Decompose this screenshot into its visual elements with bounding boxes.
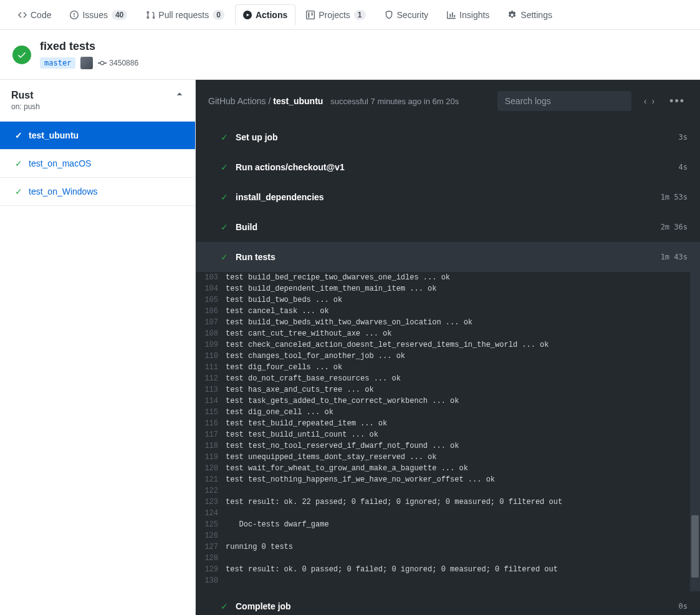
check-icon: ✓ (221, 132, 228, 142)
step-duration: 1m 43s (661, 253, 688, 261)
log-line: 112test do_not_craft_base_resources ... … (196, 373, 700, 384)
tab-issues[interactable]: Issues 40 (62, 4, 135, 25)
step-row[interactable]: ✓ install_dependencies 1m 53s (196, 182, 700, 212)
avatar[interactable] (80, 57, 93, 69)
step-row[interactable]: ✓ Run tests 1m 43s (196, 242, 700, 272)
step-duration: 3s (679, 133, 688, 142)
tab-label: Security (397, 10, 429, 20)
line-number: 121 (196, 474, 226, 485)
breadcrumb: GitHub Actions / (208, 96, 271, 106)
line-text: test result: ok. 0 passed; 0 failed; 0 i… (226, 564, 700, 575)
chevron-left-icon[interactable]: ‹ (644, 96, 647, 106)
line-number: 106 (196, 306, 226, 317)
line-text: test dig_one_cell ... ok (226, 407, 700, 418)
log-header: GitHub Actions / test_ubuntu successful … (196, 80, 700, 122)
check-icon: ✓ (15, 130, 22, 140)
line-text: test wait_for_wheat_to_grow_and_make_a_b… (226, 463, 700, 474)
line-text: test build_two_beds ... ok (226, 294, 700, 306)
log-line: 124 (196, 508, 700, 519)
gear-icon (508, 11, 517, 19)
log-line: 108test cant_cut_tree_without_axe ... ok (196, 328, 700, 339)
kebab-menu[interactable]: ••• (667, 95, 688, 108)
line-number: 109 (196, 339, 226, 351)
tab-label: Insights (459, 10, 489, 20)
log-line: 121test test_nothing_happens_if_we_have_… (196, 474, 700, 485)
line-number: 127 (196, 541, 226, 553)
workflow-toggle[interactable]: Rust on: push (0, 80, 195, 121)
line-text (226, 553, 700, 564)
line-text: test result: ok. 22 passed; 0 failed; 0 … (226, 496, 700, 508)
commit-icon (98, 59, 107, 67)
pr-icon (146, 11, 155, 19)
commit-header: fixed tests master 3450886 (0, 30, 700, 80)
step-row[interactable]: ✓ Build 2m 36s (196, 212, 700, 242)
line-number: 122 (196, 485, 226, 496)
branch-label[interactable]: master (40, 57, 75, 69)
tab-insights[interactable]: Insights (439, 4, 497, 25)
line-text (226, 508, 700, 519)
log-line: 129test result: ok. 0 passed; 0 failed; … (196, 564, 700, 575)
step-duration: 4s (679, 163, 688, 172)
log-status: successful 7 minutes ago in 6m 20s (330, 97, 459, 106)
log-line: 104test build_dependent_item_then_main_i… (196, 283, 700, 294)
line-text: test check_canceled_action_doesnt_let_re… (226, 339, 700, 351)
job-test-ubuntu[interactable]: ✓ test_ubuntu (0, 122, 195, 150)
log-line: 122 (196, 485, 700, 496)
log-line: 113test has_axe_and_cuts_tree ... ok (196, 384, 700, 395)
step-duration: 2m 36s (661, 223, 688, 231)
tab-security[interactable]: Security (376, 4, 437, 25)
tab-label: Issues (82, 10, 107, 20)
tab-actions[interactable]: Actions (235, 4, 295, 26)
line-number: 120 (196, 463, 226, 474)
line-text: test test_build_until_count ... ok (226, 429, 700, 440)
line-number: 125 (196, 519, 226, 530)
scrollbar[interactable] (690, 272, 700, 591)
check-icon: ✓ (221, 601, 228, 611)
check-icon: ✓ (221, 252, 228, 262)
check-icon: ✓ (221, 192, 228, 202)
log-line: 125 Doc-tests dwarf_game (196, 519, 700, 530)
line-number: 118 (196, 440, 226, 452)
issue-icon (70, 11, 79, 19)
sidebar: Rust on: push ✓ test_ubuntu ✓ test_on_ma… (0, 80, 196, 615)
tab-label: Projects (319, 10, 350, 20)
steps-container: ✓ Set up job 3s ✓ Run actions/checkout@v… (196, 122, 700, 615)
job-name: test_on_macOS (29, 158, 91, 168)
project-icon (306, 11, 315, 19)
line-text: Doc-tests dwarf_game (226, 519, 700, 530)
commit-title: fixed tests (40, 40, 138, 53)
line-text: test cancel_task ... ok (226, 306, 700, 317)
log-line: 110test changes_tool_for_another_job ...… (196, 351, 700, 362)
step-row[interactable]: ✓ Complete job 0s (196, 591, 700, 615)
workflow-trigger: on: push (11, 102, 40, 111)
job-test-windows[interactable]: ✓ test_on_Windows (0, 178, 195, 206)
status-success-icon (12, 46, 31, 64)
pr-count: 0 (213, 10, 224, 20)
line-text: running 0 tests (226, 541, 700, 553)
job-test-macos[interactable]: ✓ test_on_macOS (0, 150, 195, 178)
line-text: test build_bed_recipe_two_dwarves_one_id… (226, 272, 700, 283)
tab-pull-requests[interactable]: Pull requests 0 (138, 4, 233, 25)
tab-code[interactable]: Code (10, 4, 59, 25)
log-panel: GitHub Actions / test_ubuntu successful … (196, 80, 700, 615)
commit-sha[interactable]: 3450886 (98, 59, 138, 67)
chevron-up-icon (175, 90, 184, 99)
step-row[interactable]: ✓ Run actions/checkout@v1 4s (196, 152, 700, 182)
log-nav: ‹ › (639, 96, 659, 106)
line-number: 119 (196, 452, 226, 463)
log-line: 118test test_no_tool_reserved_if_dwarf_n… (196, 440, 700, 452)
line-number: 108 (196, 328, 226, 339)
line-number: 124 (196, 508, 226, 519)
line-text: test unequipped_items_dont_stay_reserved… (226, 452, 700, 463)
chevron-right-icon[interactable]: › (651, 96, 654, 106)
tab-projects[interactable]: Projects 1 (298, 4, 373, 25)
step-duration: 1m 53s (661, 193, 688, 201)
scrollbar-thumb[interactable] (691, 515, 699, 578)
tab-settings[interactable]: Settings (500, 4, 560, 25)
line-text (226, 530, 700, 541)
line-text (226, 485, 700, 496)
search-logs-input[interactable] (497, 91, 631, 111)
graph-icon (447, 11, 456, 19)
step-row[interactable]: ✓ Set up job 3s (196, 122, 700, 152)
line-number: 115 (196, 407, 226, 418)
